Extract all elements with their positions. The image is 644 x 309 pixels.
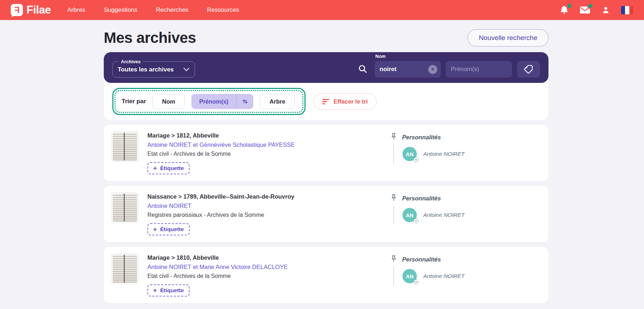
add-tag-button[interactable]: + Étiquette bbox=[147, 162, 190, 174]
clear-sort-button[interactable]: Effacer le tri bbox=[313, 93, 376, 110]
record-persons-link[interactable]: Antoine NOIRET et Marie Anne Victoire DE… bbox=[147, 264, 390, 270]
sort-by-label: Trier par bbox=[122, 98, 146, 105]
archives-value: Toutes les archives bbox=[118, 66, 174, 73]
record-source: Etat civil - Archives de la Somme bbox=[147, 273, 390, 279]
record-target-icon bbox=[414, 157, 419, 162]
main-nav: Arbres Suggestions Recherches Ressources bbox=[67, 6, 239, 14]
record-thumbnail[interactable] bbox=[112, 131, 138, 161]
page-title: Mes archives bbox=[104, 29, 196, 46]
record-thumbnail[interactable] bbox=[112, 254, 138, 284]
person-name[interactable]: Antoine NOIRET bbox=[423, 212, 464, 218]
sort-button-arbre[interactable]: Arbre bbox=[260, 94, 295, 109]
message-badge bbox=[587, 3, 593, 9]
brand-name: Filae bbox=[26, 4, 51, 16]
personalities-label: Personnalités bbox=[402, 195, 441, 202]
clear-sort-icon bbox=[322, 99, 329, 104]
personalities-panel: Personnalités AN Antoine NOIRET bbox=[390, 254, 541, 296]
person-name[interactable]: Antoine NOIRET bbox=[423, 273, 464, 279]
plus-icon: + bbox=[153, 226, 157, 233]
add-tag-label: Étiquette bbox=[160, 165, 184, 171]
pin-icon bbox=[390, 255, 397, 264]
top-navbar: F Filae Arbres Suggestions Recherches Re… bbox=[0, 0, 644, 20]
personalities-panel: Personnalités AN Antoine NOIRET bbox=[390, 131, 541, 174]
avatar[interactable]: AN bbox=[402, 147, 417, 161]
record-title: Mariage > 1812, Abbeville bbox=[147, 132, 390, 139]
nav-item-arbres[interactable]: Arbres bbox=[67, 6, 85, 14]
last-name-input[interactable] bbox=[380, 66, 428, 73]
archive-card: Mariage > 1812, Abbeville Antoine NOIRET… bbox=[104, 125, 548, 181]
plus-icon: + bbox=[153, 165, 157, 171]
last-name-label: Nom bbox=[375, 54, 386, 59]
search-icon[interactable] bbox=[358, 64, 367, 75]
filae-logo[interactable]: F Filae bbox=[11, 4, 51, 16]
connector-line bbox=[393, 206, 394, 224]
bell-icon[interactable] bbox=[559, 5, 570, 15]
record-persons-link[interactable]: Antoine NOIRET et Génnéviève Scholastiqu… bbox=[147, 141, 390, 148]
person-name[interactable]: Antoine NOIRET bbox=[423, 151, 464, 157]
sort-arrows-icon[interactable] bbox=[236, 94, 253, 109]
personalities-label: Personnalités bbox=[402, 134, 441, 141]
archives-dropdown[interactable]: Archives Toutes les archives bbox=[112, 59, 195, 78]
nav-item-ressources[interactable]: Ressources bbox=[207, 6, 239, 14]
record-title: Mariage > 1810, Abbeville bbox=[147, 254, 390, 261]
avatar[interactable]: AN bbox=[402, 269, 417, 283]
filae-logo-icon: F bbox=[11, 4, 23, 16]
add-tag-button[interactable]: + Étiquette bbox=[147, 284, 190, 296]
first-name-input[interactable] bbox=[451, 66, 508, 73]
filter-bar: Archives Toutes les archives Nom ✕ bbox=[104, 52, 548, 83]
sort-button-prenom[interactable]: Prénom(s) bbox=[191, 94, 254, 109]
record-title: Naissance > 1789, Abbeville--Saint-Jean-… bbox=[147, 193, 390, 200]
mail-icon[interactable] bbox=[580, 5, 590, 15]
sort-button-prenom-label: Prénom(s) bbox=[191, 94, 236, 109]
user-icon[interactable] bbox=[600, 5, 611, 15]
record-source: Etat civil - Archives de la Somme bbox=[147, 151, 390, 157]
chevron-down-icon bbox=[183, 66, 190, 73]
archive-card: Mariage > 1810, Abbeville Antoine NOIRET… bbox=[104, 247, 548, 303]
notification-badge bbox=[566, 3, 572, 9]
record-source: Registres paroissiaux - Archives de la S… bbox=[147, 212, 390, 218]
nav-item-recherches[interactable]: Recherches bbox=[156, 6, 189, 14]
add-tag-button[interactable]: + Étiquette bbox=[147, 223, 190, 235]
sort-group: Trier par Nom Prénom(s) Arbre bbox=[112, 88, 306, 115]
add-tag-label: Étiquette bbox=[160, 287, 184, 294]
first-name-field bbox=[446, 61, 512, 78]
pin-icon bbox=[390, 133, 397, 142]
french-flag-icon[interactable] bbox=[621, 6, 633, 14]
clear-sort-label: Effacer le tri bbox=[333, 98, 367, 105]
connector-line bbox=[393, 145, 394, 163]
tag-icon[interactable] bbox=[517, 61, 540, 78]
plus-icon: + bbox=[153, 287, 157, 294]
record-thumbnail[interactable] bbox=[112, 193, 138, 223]
nav-item-suggestions[interactable]: Suggestions bbox=[104, 6, 137, 14]
clear-icon[interactable]: ✕ bbox=[428, 65, 437, 74]
last-name-field: Nom ✕ bbox=[375, 61, 441, 78]
archives-label: Archives bbox=[119, 59, 142, 64]
record-target-icon bbox=[414, 279, 419, 284]
record-persons-link[interactable]: Antoine NOIRET bbox=[147, 203, 390, 209]
personalities-panel: Personnalités AN Antoine NOIRET bbox=[390, 193, 541, 235]
avatar[interactable]: AN bbox=[402, 208, 417, 222]
add-tag-label: Étiquette bbox=[160, 226, 184, 233]
connector-line bbox=[393, 267, 394, 285]
sort-bar: Trier par Nom Prénom(s) Arbre Effacer le… bbox=[104, 83, 548, 120]
main-content: Mes archives Nouvelle recherche Archives… bbox=[104, 29, 548, 303]
record-target-icon bbox=[414, 218, 419, 223]
archive-card: Naissance > 1789, Abbeville--Saint-Jean-… bbox=[104, 186, 548, 242]
personalities-label: Personnalités bbox=[402, 256, 441, 263]
sort-button-nom[interactable]: Nom bbox=[152, 94, 185, 109]
new-search-button[interactable]: Nouvelle recherche bbox=[468, 29, 548, 46]
search-panel: Archives Toutes les archives Nom ✕ bbox=[104, 52, 548, 120]
pin-icon bbox=[390, 194, 397, 203]
results-list: Mariage > 1812, Abbeville Antoine NOIRET… bbox=[104, 125, 548, 303]
